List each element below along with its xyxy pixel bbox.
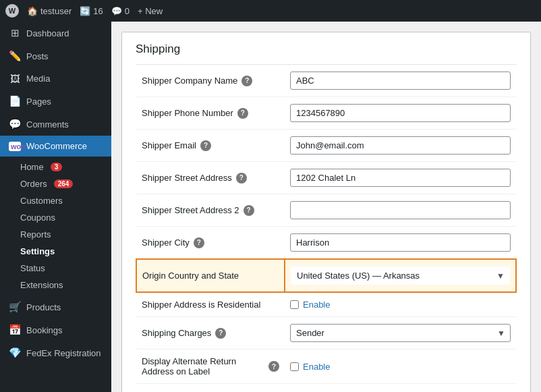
sidebar-item-extensions[interactable]: Extensions — [20, 277, 111, 293]
field-value-address2 — [285, 194, 516, 227]
fedex-icon: 💎 — [9, 347, 21, 359]
shipping-form-table: Shipper Company Name ? Shipper Phone N — [136, 65, 517, 384]
table-row: Display Alternate Return Address on Labe… — [136, 349, 516, 384]
residential-checkbox-label[interactable]: Enable — [290, 300, 511, 310]
comments-link[interactable]: 💬 0 — [111, 6, 130, 16]
sidebar-item-comments[interactable]: 💬 Comments — [0, 113, 111, 136]
content-area: Shipping Shipper Company Name ? — [111, 22, 541, 392]
media-icon: 🖼 — [9, 73, 21, 84]
comments-icon: 💬 — [111, 6, 122, 16]
help-icon-city[interactable]: ? — [194, 237, 204, 248]
field-label-address2: Shipper Street Address 2 ? — [136, 194, 285, 227]
field-label-city: Shipper City ? — [136, 227, 285, 260]
help-icon-company[interactable]: ? — [241, 76, 252, 86]
woocommerce-icon: woo — [9, 142, 21, 151]
woocommerce-submenu: Home 3 Orders 264 Customers Coupons Repo… — [0, 157, 111, 296]
pages-icon: 📄 — [9, 95, 21, 107]
home-icon: 🏠 — [27, 6, 38, 16]
shipper-company-input[interactable] — [290, 72, 511, 90]
field-value-city — [285, 227, 516, 260]
sidebar-item-fedex[interactable]: 💎 FedEx Registration — [0, 341, 111, 364]
help-icon-phone[interactable]: ? — [237, 108, 248, 119]
table-row: Shipper Company Name ? — [136, 65, 516, 97]
table-row: Shipper Street Address 2 ? — [136, 194, 516, 227]
shipper-city-input[interactable] — [290, 233, 511, 252]
comments-sidebar-icon: 💬 — [9, 118, 21, 130]
help-icon-return[interactable]: ? — [268, 361, 279, 372]
page-title: Shipping — [136, 43, 517, 65]
help-icon-charges[interactable]: ? — [215, 328, 226, 339]
main-layout: ⊞ Dashboard ✏️ Posts 🖼 Media 📄 Pages 💬 C… — [0, 22, 541, 392]
origin-country-select[interactable]: United States (US) — Arkansas United Sta… — [291, 267, 510, 285]
sidebar-item-orders[interactable]: Orders 264 — [20, 175, 111, 192]
dashboard-icon: ⊞ — [9, 27, 21, 39]
return-checkbox[interactable] — [290, 362, 299, 371]
sidebar-item-customers[interactable]: Customers — [20, 192, 111, 209]
posts-icon: ✏️ — [9, 50, 21, 62]
field-label-email: Shipper Email ? — [136, 130, 285, 162]
home-link[interactable]: 🏠 testuser — [27, 6, 72, 16]
table-row-origin-country: Origin Country and State United States (… — [136, 259, 516, 292]
sidebar-item-posts[interactable]: ✏️ Posts — [0, 45, 111, 67]
sidebar-item-media[interactable]: 🖼 Media — [0, 67, 111, 90]
shipping-charges-select[interactable]: Sender Recipient Third Party — [290, 324, 511, 342]
field-value-phone — [285, 97, 516, 130]
table-row: Shipper Phone Number ? — [136, 97, 516, 130]
shipper-address2-input[interactable] — [290, 201, 511, 219]
field-value-email — [285, 130, 516, 162]
sidebar-item-products[interactable]: 🛒 Products — [0, 296, 111, 318]
field-label-return: Display Alternate Return Address on Labe… — [136, 349, 285, 384]
bookings-icon: 📅 — [9, 324, 21, 336]
orders-badge: 264 — [54, 179, 74, 188]
updates-link[interactable]: 🔄 16 — [80, 6, 103, 16]
sidebar-item-bookings[interactable]: 📅 Bookings — [0, 318, 111, 341]
sidebar-item-home[interactable]: Home 3 — [20, 159, 111, 175]
sidebar: ⊞ Dashboard ✏️ Posts 🖼 Media 📄 Pages 💬 C… — [0, 22, 111, 392]
field-value-origin: United States (US) — Arkansas United Sta… — [285, 259, 516, 292]
shipper-email-input[interactable] — [290, 136, 511, 155]
sidebar-item-settings[interactable]: Settings — [20, 243, 111, 260]
charges-select-wrapper: Sender Recipient Third Party ▼ — [290, 324, 511, 342]
field-label-charges: Shipping Charges ? — [136, 317, 285, 349]
home-badge: 3 — [51, 163, 63, 171]
sidebar-item-status[interactable]: Status — [20, 260, 111, 277]
table-row: Shipping Charges ? Sender Recipient Thir… — [136, 317, 516, 349]
field-label-residential: Shipper Address is Residential — [136, 292, 285, 317]
field-value-company — [285, 65, 516, 97]
wp-logo-icon[interactable]: W — [5, 4, 19, 18]
field-value-residential: Enable — [285, 292, 516, 317]
origin-select-wrapper: United States (US) — Arkansas United Sta… — [291, 267, 510, 285]
admin-bar: W 🏠 testuser 🔄 16 💬 0 + New — [0, 0, 541, 22]
help-icon-address[interactable]: ? — [236, 173, 247, 184]
table-row: Shipper Address is Residential Enable — [136, 292, 516, 317]
field-label-phone: Shipper Phone Number ? — [136, 97, 285, 130]
residential-checkbox[interactable] — [290, 300, 299, 309]
sidebar-item-pages[interactable]: 📄 Pages — [0, 90, 111, 113]
field-value-address — [285, 162, 516, 194]
field-label-origin: Origin Country and State — [136, 259, 285, 292]
help-icon-email[interactable]: ? — [200, 140, 211, 151]
return-checkbox-label[interactable]: Enable — [290, 362, 511, 372]
field-value-return: Enable — [285, 349, 516, 384]
products-icon: 🛒 — [9, 301, 21, 313]
sidebar-item-coupons[interactable]: Coupons — [20, 209, 111, 226]
shipper-phone-input[interactable] — [290, 104, 511, 122]
help-icon-address2[interactable]: ? — [244, 205, 254, 216]
new-button[interactable]: + New — [138, 6, 163, 16]
table-row: Shipper City ? — [136, 227, 516, 260]
sidebar-item-dashboard[interactable]: ⊞ Dashboard — [0, 22, 111, 45]
shipper-address-input[interactable] — [290, 169, 511, 187]
table-row: Shipper Email ? — [136, 130, 516, 162]
settings-panel: Shipping Shipper Company Name ? — [121, 32, 531, 392]
table-row: Shipper Street Address ? — [136, 162, 516, 194]
field-value-charges: Sender Recipient Third Party ▼ — [285, 317, 516, 349]
updates-icon: 🔄 — [80, 6, 90, 16]
field-label-company: Shipper Company Name ? — [136, 65, 285, 97]
field-label-address: Shipper Street Address ? — [136, 162, 285, 194]
sidebar-item-reports[interactable]: Reports — [20, 226, 111, 243]
sidebar-item-woocommerce[interactable]: woo WooCommerce — [0, 136, 111, 157]
